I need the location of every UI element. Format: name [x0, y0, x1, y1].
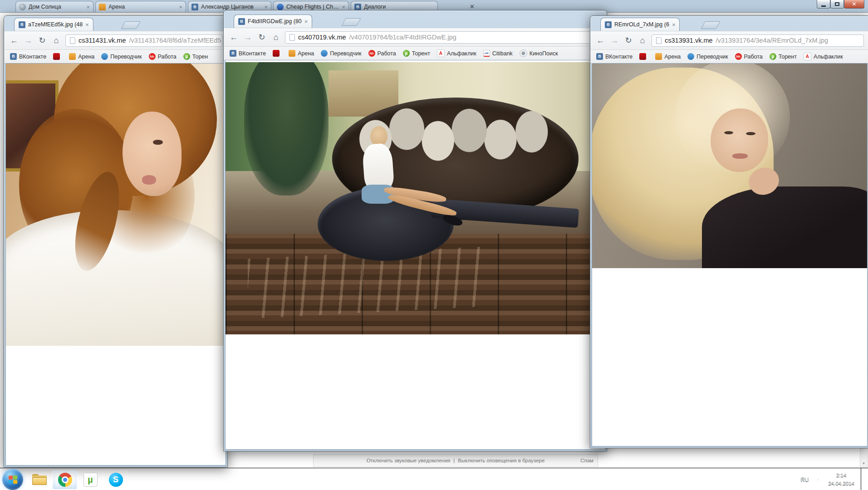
browser-tab[interactable]: В REmrOLd_7xM.jpg (6 × [600, 18, 680, 31]
new-tab-button[interactable] [121, 21, 140, 29]
site-favicon [277, 4, 284, 10]
translator-icon [101, 53, 108, 60]
reload-button[interactable]: ↻ [257, 33, 267, 41]
taskbar-item-chrome[interactable] [53, 470, 77, 490]
bookmark-label: Альфаклик [447, 50, 476, 57]
bookmark-rabota[interactable]: hhРабота [368, 50, 396, 57]
headhunter-icon: hh [368, 50, 375, 57]
photo-curly-hair-selfie [6, 64, 226, 346]
tab-title: Арена [108, 4, 176, 10]
close-icon[interactable]: ✕ [470, 3, 475, 10]
forward-button[interactable]: → [609, 36, 619, 44]
back-button[interactable]: ← [595, 36, 605, 44]
vk-favicon: В [238, 18, 245, 25]
tab-dom-solnca[interactable]: Дом Солнца × [15, 1, 93, 12]
clock[interactable]: 2:14 24.04.2014 [828, 471, 854, 488]
bookmarks-bar: ВВКонтакте Арена Переводчик hhРабота µТо… [4, 50, 227, 64]
browser-tab[interactable]: В aTzeMfEEd5k.jpg (48 × [14, 18, 93, 31]
bookmark-translator[interactable]: Переводчик [321, 50, 361, 57]
page-icon [70, 37, 75, 44]
bookmark-translator[interactable]: Переводчик [687, 53, 728, 60]
home-button[interactable]: ⌂ [271, 33, 281, 41]
site-favicon [99, 4, 106, 10]
bookmark-label: Торент [412, 50, 430, 57]
browser-window-right: В REmrOLd_7xM.jpg (6 × ← → ↻ ⌂ cs313931.… [590, 15, 868, 448]
vk-favicon: В [605, 21, 612, 28]
photo-art-layer [711, 108, 768, 172]
bookmark-rabota[interactable]: hhРабота [149, 53, 177, 60]
tab-close-icon[interactable]: × [179, 4, 182, 10]
bookmark-translator[interactable]: Переводчик [101, 53, 142, 60]
tray-expand-icon[interactable]: ▲ [814, 475, 822, 483]
red-site-icon [639, 53, 646, 60]
bookmark-arena[interactable]: Арена [655, 53, 681, 60]
back-button[interactable]: ← [229, 33, 239, 41]
bookmark-unnamed[interactable] [53, 53, 62, 60]
minimize-button[interactable] [817, 0, 830, 9]
bookmark-torrent[interactable]: µТорен [183, 53, 208, 60]
tab-close-icon[interactable]: × [85, 22, 89, 28]
address-bar[interactable]: cs311431.vk.me/v311431764/8f6d/aTzeMfEEd… [65, 34, 222, 47]
language-indicator[interactable]: RU [800, 476, 809, 483]
photo-art-layer [153, 140, 163, 145]
bookmark-unnamed[interactable] [639, 53, 648, 60]
bookmark-rabota[interactable]: hhРабота [735, 53, 763, 60]
close-button[interactable]: ✕ [844, 0, 864, 9]
system-tray: RU ▲ 2:14 24.04.2014 [800, 468, 868, 490]
tab-title: aTzeMfEEd5k.jpg (48 [28, 21, 83, 28]
vk-icon: В [230, 50, 236, 57]
taskbar-item-explorer[interactable] [27, 470, 52, 490]
maximize-button[interactable] [830, 0, 844, 9]
tab-close-icon[interactable]: × [86, 4, 90, 10]
reload-button[interactable]: ↻ [37, 36, 47, 44]
start-button[interactable] [2, 469, 23, 490]
browser-tab[interactable]: В F4tdIIRGDwE.jpg (80 × [234, 15, 312, 28]
arena-icon [655, 53, 662, 60]
bookmark-alfaclick[interactable]: ААльфаклик [437, 49, 476, 57]
tab-close-icon[interactable]: × [304, 19, 308, 24]
minimize-icon [821, 5, 826, 7]
tab-close-icon[interactable]: × [672, 22, 676, 28]
scroll-down-icon[interactable]: ▼ [862, 461, 866, 466]
bookmark-arena[interactable]: Арена [69, 53, 94, 60]
address-bar[interactable]: cs407019.vk.me/v407019764/b1ca/F4tdIIRGD… [285, 31, 602, 44]
tab-arena[interactable]: Арена × [95, 1, 186, 12]
taskbar-item-skype[interactable]: S [103, 470, 128, 490]
tab-close-icon[interactable]: × [342, 4, 345, 10]
address-bar[interactable]: cs313931.vk.me/v313931764/3e4a/REmrOLd_7… [652, 34, 864, 47]
tray-time: 2:14 [828, 471, 854, 480]
window-controls: ✕ [817, 0, 864, 9]
bookmark-vkontakte[interactable]: ВВКонтакте [10, 53, 46, 60]
bookmark-torrent[interactable]: µТорент [770, 53, 797, 60]
bookmark-kinopoisk[interactable]: ⊕КиноПоиск [520, 49, 558, 57]
bookmark-alfaclick[interactable]: ААльфаклик [804, 53, 843, 60]
home-button[interactable]: ⌂ [638, 36, 647, 44]
forward-button[interactable]: → [243, 33, 253, 41]
page-scrollbar[interactable]: ▼ [860, 448, 868, 467]
chrome-icon [58, 473, 72, 487]
taskbar-item-utorrent[interactable]: µ [78, 470, 103, 490]
translator-icon [687, 53, 694, 60]
bookmark-torrent[interactable]: µТорент [403, 50, 430, 57]
bookmarks-bar: ВВКонтакте Арена Переводчик hhРабота µТо… [224, 47, 607, 60]
bookmark-arena[interactable]: Арена [289, 50, 314, 57]
new-tab-button[interactable] [701, 21, 720, 29]
vk-icon: В [596, 53, 603, 60]
home-button[interactable]: ⌂ [51, 36, 61, 44]
page-content [592, 64, 867, 446]
reload-button[interactable]: ↻ [623, 36, 633, 44]
spam-link[interactable]: Спам [580, 458, 593, 463]
red-site-icon [273, 50, 280, 57]
mute-sounds-link[interactable]: Отключить звуковые уведомления [367, 458, 451, 463]
new-tab-button[interactable] [341, 18, 361, 26]
disable-alerts-link[interactable]: Выключить оповещения в браузере [458, 458, 544, 463]
bookmark-citibank[interactable]: citiCitibank [483, 50, 513, 57]
show-desktop-button[interactable] [861, 468, 868, 490]
bookmark-vkontakte[interactable]: ВВКонтакте [596, 53, 633, 60]
back-button[interactable]: ← [9, 36, 19, 44]
bookmark-label: Арена [664, 54, 681, 60]
tab-close-icon[interactable]: × [264, 4, 268, 10]
bookmark-vkontakte[interactable]: ВВКонтакте [230, 50, 266, 57]
forward-button[interactable]: → [23, 36, 33, 44]
bookmark-unnamed[interactable] [273, 50, 282, 57]
